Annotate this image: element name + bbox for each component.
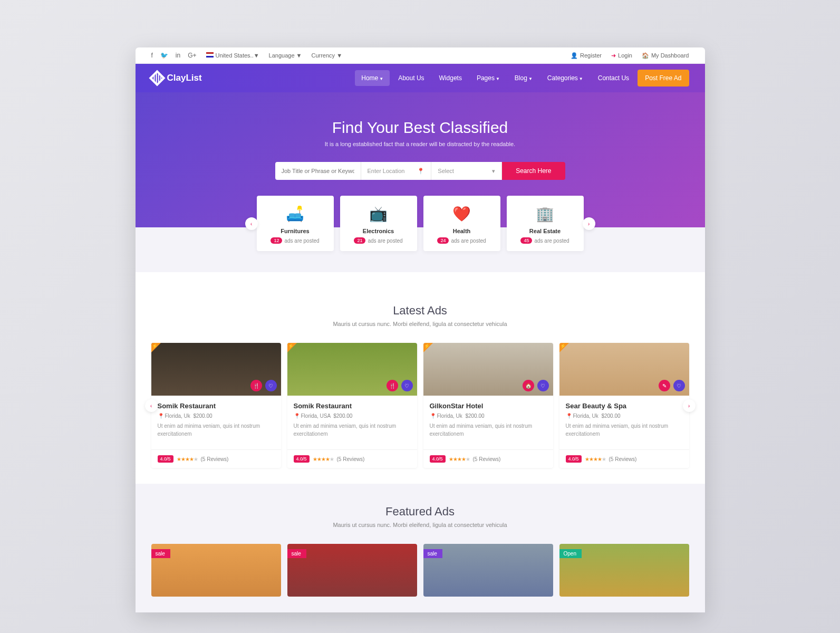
category-name: Electronics (344, 228, 413, 234)
search-button[interactable]: Search Here (502, 162, 565, 180)
category-count: 45 (520, 237, 532, 244)
twitter-icon[interactable]: 🐦 (160, 52, 168, 59)
logo-icon (149, 70, 165, 86)
category-select[interactable]: Select▾ (431, 162, 502, 180)
stars-icon: ★★★★★ (313, 456, 334, 462)
stars-icon: ★★★★★ (449, 456, 470, 462)
ad-image: 🍴♡ (287, 343, 417, 396)
featured-ads-section: Featured Ads Mauris ut cursus nunc. Morb… (136, 484, 705, 612)
register-link[interactable]: 👤Register (571, 52, 602, 59)
rating-badge: 4.0/5 (294, 455, 310, 463)
category-count: 21 (354, 237, 365, 244)
logo[interactable]: ClayList (151, 72, 202, 84)
ad-card[interactable]: 🏠♡ GilkonStar Hotel 📍Florida, Uk $200.00… (423, 343, 553, 468)
country-select[interactable]: United States..▼ (206, 52, 259, 59)
ad-title: Sear Beauty & Spa (566, 402, 683, 410)
rating-badge: 4.0/5 (430, 455, 446, 463)
favorite-icon[interactable]: ♡ (265, 380, 277, 391)
nav-widgets[interactable]: Widgets (433, 70, 468, 86)
latest-prev[interactable]: ‹ (145, 399, 158, 412)
keywords-input[interactable] (275, 162, 361, 180)
ad-title: GilkonStar Hotel (430, 402, 547, 410)
sale-ribbon: sale (287, 549, 306, 558)
featured-card[interactable]: sale (423, 544, 553, 597)
sale-ribbon: sale (423, 549, 442, 558)
nav-contact[interactable]: Contact Us (592, 70, 635, 86)
search-bar: Enter Location📍 Select▾ Search Here (275, 162, 565, 180)
latest-ads-section: Latest Ads Mauris ut cursus nunc. Morbi … (136, 272, 705, 484)
category-card[interactable]: 🛋️ Furnitures 12ads are posted (257, 196, 334, 251)
nav-home[interactable]: Home▼ (355, 70, 390, 86)
categories-next[interactable]: › (583, 217, 595, 230)
ad-desc: Ut enim ad minima veniam, quis int nostr… (430, 422, 547, 438)
social-links: f 🐦 in G+ (151, 52, 197, 59)
section-subtitle: Mauris ut cursus nunc. Morbi eleifend, l… (151, 321, 689, 327)
restaurant-icon[interactable]: 🍴 (387, 380, 398, 391)
latest-next[interactable]: › (683, 399, 696, 412)
categories-prev[interactable]: ‹ (245, 217, 258, 230)
pin-icon: 📍 (566, 413, 572, 419)
section-title: Latest Ads (151, 304, 689, 318)
featured-corner-icon (559, 343, 569, 352)
stars-icon: ★★★★★ (585, 456, 606, 462)
ad-image: 🍴♡ (151, 343, 281, 396)
ad-card[interactable]: 🍴♡ Somik Restaurant 📍Florida, Uk $200.00… (151, 343, 281, 468)
linkedin-icon[interactable]: in (176, 52, 180, 59)
featured-corner-icon (151, 343, 161, 352)
category-count: 24 (437, 237, 449, 244)
categories-row: ‹ 🛋️ Furnitures 12ads are posted 📺 Elect… (241, 196, 600, 251)
realestate-icon: 🏢 (511, 205, 580, 223)
login-link[interactable]: ➜Login (611, 52, 632, 59)
language-select[interactable]: Language ▼ (269, 52, 302, 59)
ad-desc: Ut enim ad minima veniam, quis int nostr… (566, 422, 683, 438)
favorite-icon[interactable]: ♡ (673, 380, 685, 391)
hero-subtitle: It is a long established fact that a rea… (151, 141, 689, 147)
health-icon: ❤️ (428, 205, 496, 223)
googleplus-icon[interactable]: G+ (188, 52, 196, 59)
category-name: Furnitures (261, 228, 330, 234)
featured-card[interactable]: Open (559, 544, 689, 597)
dashboard-link[interactable]: 🏠My Dashboard (642, 52, 689, 59)
sale-ribbon: sale (151, 549, 170, 558)
pin-icon: 📍 (430, 413, 436, 419)
stars-icon: ★★★★★ (177, 456, 198, 462)
nav-categories[interactable]: Categories▼ (541, 70, 590, 86)
spa-icon[interactable]: ✎ (659, 380, 670, 391)
ad-desc: Ut enim ad minima veniam, quis int nostr… (294, 422, 411, 438)
nav-blog[interactable]: Blog▼ (508, 70, 539, 86)
nav-about[interactable]: About Us (392, 70, 430, 86)
ad-card[interactable]: ✎♡ Sear Beauty & Spa 📍Florida, Uk $200.0… (559, 343, 689, 468)
rating-badge: 4.0/5 (158, 455, 173, 463)
home-icon[interactable]: 🏠 (523, 380, 534, 391)
restaurant-icon[interactable]: 🍴 (250, 380, 262, 391)
chevron-down-icon: ▾ (492, 168, 495, 175)
featured-corner-icon (287, 343, 297, 352)
ad-image: ✎♡ (559, 343, 689, 396)
category-card[interactable]: 🏢 Real Estate 45ads are posted (507, 196, 584, 251)
category-card[interactable]: ❤️ Health 24ads are posted (423, 196, 500, 251)
section-subtitle: Mauris ut cursus nunc. Morbi eleifend, l… (151, 522, 689, 528)
nav-pages[interactable]: Pages▼ (470, 70, 506, 86)
furniture-icon: 🛋️ (261, 205, 330, 223)
pin-icon: 📍 (158, 413, 164, 419)
favorite-icon[interactable]: ♡ (401, 380, 413, 391)
brand-name: ClayList (167, 73, 202, 83)
ad-title: Somik Restaurant (294, 402, 411, 410)
post-ad-button[interactable]: Post Free Ad (638, 70, 689, 87)
featured-card[interactable]: sale (287, 544, 417, 597)
category-name: Real Estate (511, 228, 580, 234)
location-input[interactable]: Enter Location📍 (361, 162, 432, 180)
category-card[interactable]: 📺 Electronics 21ads are posted (340, 196, 417, 251)
rating-badge: 4.0/5 (566, 455, 582, 463)
page: f 🐦 in G+ United States..▼ Language ▼ Cu… (136, 47, 705, 612)
currency-select[interactable]: Currency ▼ (311, 52, 342, 59)
ad-title: Somik Restaurant (158, 402, 275, 410)
open-ribbon: Open (559, 549, 582, 558)
navbar: ClayList Home▼ About Us Widgets Pages▼ B… (136, 64, 705, 92)
ad-image: 🏠♡ (423, 343, 553, 396)
ad-card[interactable]: 🍴♡ Somik Restaurant 📍Florida, USA $200.0… (287, 343, 417, 468)
category-name: Health (428, 228, 496, 234)
facebook-icon[interactable]: f (151, 52, 153, 59)
favorite-icon[interactable]: ♡ (537, 380, 549, 391)
featured-card[interactable]: sale (151, 544, 281, 597)
